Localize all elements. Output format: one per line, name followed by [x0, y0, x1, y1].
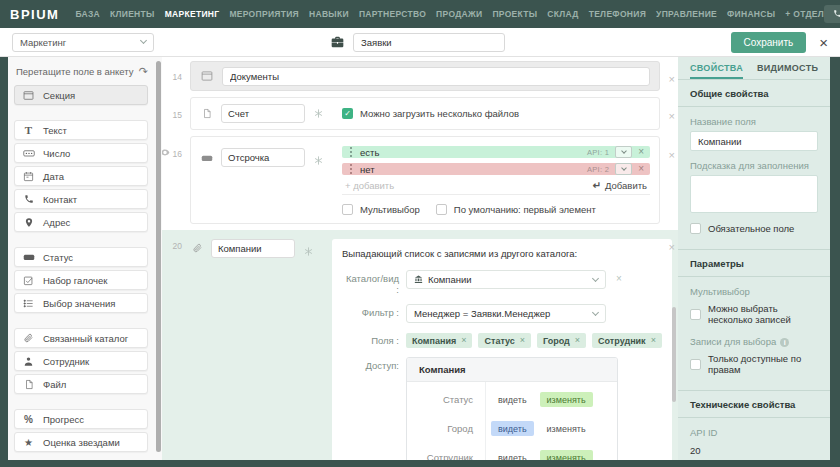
tab-properties[interactable]: СВОЙСТВА [690, 57, 743, 79]
option-color-dropdown[interactable] [615, 163, 632, 175]
edit-badge[interactable]: изменять [540, 450, 593, 460]
phone-button[interactable]: Телефон [824, 5, 840, 23]
remove-tag-icon[interactable] [520, 336, 525, 345]
close-icon[interactable]: × [819, 35, 828, 50]
palette-item-text[interactable]: T Текст [14, 120, 148, 140]
divider [485, 382, 486, 460]
remove-tag-icon[interactable] [461, 336, 466, 345]
palette-item-linked-catalog[interactable]: Связанный каталог [14, 328, 148, 348]
field-palette-sidebar: Перетащите поле в анкету ↷ Секция T Текс… [8, 57, 162, 460]
menu-item-management[interactable]: УПРАВЛЕНИЕ [656, 9, 717, 19]
palette-item-section[interactable]: Секция [14, 85, 148, 105]
palette-item-star-rating[interactable]: ★ Оценка звездами [14, 432, 148, 452]
remove-tag-icon[interactable] [651, 336, 656, 345]
access-row: Доступ: Компания Статус видеть изменять … [342, 357, 662, 460]
add-option-input[interactable]: + добавить [345, 180, 394, 191]
palette-item-label: Набор галочек [43, 275, 107, 286]
section-icon [22, 90, 35, 101]
option-label: нет [360, 164, 581, 175]
remove-field-icon[interactable] [669, 242, 675, 253]
palette-item-label: Оценка звездами [43, 437, 120, 448]
checkbox-unchecked[interactable] [436, 204, 447, 215]
hint-textarea[interactable] [690, 175, 818, 213]
filter-select-value: Менеджер = Заявки.Менеджер [414, 308, 550, 319]
menu-item-sales[interactable]: ПРОДАЖИ [436, 9, 482, 19]
add-option-button[interactable]: Добавить [593, 180, 647, 191]
edit-badge[interactable]: изменять [540, 392, 593, 407]
menu-item-add-department[interactable]: + ОТДЕЛ [785, 9, 824, 19]
option-color-dropdown[interactable] [615, 146, 632, 158]
checkbox-unchecked[interactable] [690, 223, 701, 234]
checkbox-unchecked[interactable] [690, 309, 701, 320]
field-name-input[interactable] [222, 67, 650, 86]
menu-item-skills[interactable]: НАВЫКИ [309, 9, 349, 19]
section-title-general: Общие свойства [678, 80, 830, 107]
remove-field-icon[interactable] [669, 74, 675, 85]
menu-item-base[interactable]: БАЗА [75, 9, 100, 19]
remove-field-icon[interactable] [669, 111, 675, 122]
palette-item-progress[interactable]: % Прогресс [14, 409, 148, 429]
palette-item-label: Текст [43, 125, 67, 136]
checkbox-checked[interactable]: ✓ [342, 108, 353, 119]
palette-item-file[interactable]: Файл [14, 374, 148, 394]
save-button[interactable]: Сохранить [731, 32, 807, 53]
field-tag: Сотрудник [592, 333, 662, 348]
remove-tag-icon[interactable] [575, 336, 580, 345]
palette-item-contact[interactable]: Контакт [14, 189, 148, 209]
filter-select[interactable]: Менеджер = Заявки.Менеджер [406, 304, 606, 323]
eye-icon[interactable] [162, 149, 170, 156]
access-row-city: Город видеть изменять [407, 414, 617, 443]
checkbox-label: Можно выбрать несколько записей [708, 303, 818, 325]
field-name-input[interactable] [221, 104, 305, 123]
field-name-input[interactable] [690, 131, 818, 151]
menu-item-projects[interactable]: ПРОЕКТЫ [492, 9, 537, 19]
briefcase-icon[interactable] [330, 35, 345, 49]
palette-item-value-choice[interactable]: Выбор значения [14, 293, 148, 313]
remove-option-icon[interactable] [638, 164, 644, 174]
view-badge[interactable]: видеть [491, 450, 534, 460]
view-badge[interactable]: видеть [491, 421, 534, 436]
drag-handle-icon[interactable] [350, 151, 352, 153]
sidebar-scrollbar[interactable] [156, 61, 161, 452]
checkbox-unchecked[interactable] [690, 359, 701, 370]
palette-item-address[interactable]: Адрес [14, 212, 148, 232]
main-scrollbar[interactable] [672, 307, 676, 402]
palette-item-employee[interactable]: Сотрудник [14, 351, 148, 371]
menu-item-events[interactable]: МЕРОПРИЯТИЯ [229, 9, 299, 19]
palette-item-label: Сотрудник [43, 356, 89, 367]
api-id-value: 20 [678, 442, 830, 459]
field-settings-icon[interactable] [313, 148, 324, 170]
tab-visibility[interactable]: ВИДИМОСТЬ [757, 57, 818, 79]
checkbox-label: Только доступные по правам [708, 353, 818, 375]
view-badge[interactable]: видеть [491, 392, 534, 407]
palette-item-number[interactable]: Число [14, 143, 148, 163]
drag-handle-icon[interactable] [350, 168, 352, 170]
api-id-label: API ID [678, 418, 830, 442]
section-title-tech: Технические свойства [678, 390, 830, 418]
menu-item-warehouse[interactable]: СКЛАД [547, 9, 578, 19]
menu-item-marketing[interactable]: МАРКЕТИНГ [165, 9, 220, 19]
checkbox-unchecked[interactable] [342, 204, 353, 215]
palette-item-date[interactable]: Дата [14, 166, 148, 186]
menu-item-partnership[interactable]: ПАРТНЕРСТВО [359, 9, 426, 19]
palette-item-label: Дата [43, 171, 64, 182]
edit-badge[interactable]: изменять [540, 421, 593, 436]
palette-item-status[interactable]: Статус [14, 247, 148, 267]
catalog-select[interactable]: Компании [406, 270, 606, 289]
remove-option-icon[interactable] [638, 147, 644, 157]
fields-label: Поля : [342, 332, 406, 346]
field-name-input[interactable] [211, 239, 295, 258]
field-settings-icon[interactable] [313, 105, 324, 123]
palette-item-checkbox-set[interactable]: Набор галочек [14, 270, 148, 290]
remove-field-icon[interactable] [669, 150, 675, 161]
menu-item-finance[interactable]: ФИНАНСЫ [727, 9, 775, 19]
field-settings-icon[interactable] [303, 239, 314, 261]
workspace-select[interactable]: Маркетинг [12, 33, 154, 52]
multiselect-label: Мультивыбор [678, 277, 830, 301]
field-name-input[interactable] [221, 148, 305, 167]
catalog-name-input[interactable] [353, 33, 505, 52]
menu-item-telephony[interactable]: ТЕЛЕФОНИЯ [589, 9, 646, 19]
multiselect-checkline: Мультивыбор [342, 204, 420, 215]
menu-item-clients[interactable]: КЛИЕНТЫ [110, 9, 155, 19]
clear-catalog-icon[interactable] [616, 274, 622, 284]
